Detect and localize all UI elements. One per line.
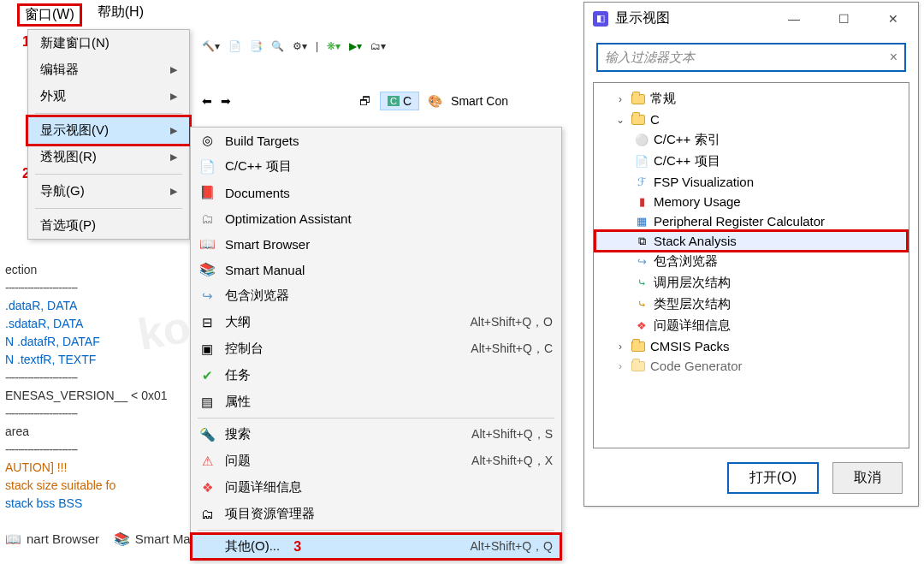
tree-node-cpp-projects[interactable]: 📄C/C++ 项目 (595, 151, 907, 172)
tree-node-include-browser[interactable]: ↪包含浏览器 (595, 251, 907, 272)
folder-icon (631, 341, 645, 352)
menu-show-view[interactable]: 显示视图(V)▶ (28, 117, 189, 144)
view-problem-details[interactable]: ❖问题详细信息 (191, 474, 561, 501)
tree-node-type-hierarchy[interactable]: ⤷类型层次结构 (595, 294, 907, 315)
menubar: 窗口(W) 帮助(H) (0, 0, 565, 30)
view-properties[interactable]: ▤属性 (191, 389, 561, 415)
bug-icon[interactable]: ❋▾ (327, 40, 341, 52)
tool-icon[interactable]: ⬅ (202, 94, 212, 108)
editor-background: ection ----------------------- .dataR, D… (5, 261, 193, 513)
tool-icon[interactable]: 📄 (228, 40, 241, 52)
tree-node-problem-details[interactable]: ❖问题详细信息 (595, 315, 907, 336)
project-explorer-icon: 🗂 (199, 507, 215, 522)
view-outline[interactable]: ⊟大纲Alt+Shift+Q，O (191, 309, 561, 335)
problems-icon: ⚠ (199, 454, 215, 469)
close-button[interactable]: ✕ (877, 12, 909, 26)
chevron-right-icon: ▶ (170, 64, 177, 75)
window-menu-dropdown: 新建窗口(N) 编辑器▶ 外观▶ 显示视图(V)▶ 透视图(R)▶ 导航(G)▶… (27, 29, 190, 240)
menu-appearance[interactable]: 外观▶ (28, 83, 189, 110)
view-smart-manual[interactable]: 📚Smart Manual (191, 257, 561, 282)
view-console[interactable]: ▣控制台Alt+Shift+Q，C (191, 335, 561, 362)
tool-icon[interactable]: ➡ (221, 94, 231, 108)
problem-details-icon: ❖ (635, 319, 649, 333)
expand-icon[interactable]: › (614, 341, 626, 353)
stack-icon: ⧉ (635, 235, 649, 248)
view-include-browser[interactable]: ↪包含浏览器 (191, 282, 561, 309)
tree-node-general[interactable]: › 常规 (595, 88, 907, 110)
separator (198, 530, 554, 531)
tree-node-stack-analysis[interactable]: ⧉Stack Analysis (595, 231, 907, 251)
tree-node-call-hierarchy[interactable]: ⤷调用层次结构 (595, 272, 907, 294)
index-icon: ⚪ (635, 134, 649, 147)
hammer-icon[interactable]: 🔨▾ (202, 40, 220, 52)
tree-node-peripheral-calc[interactable]: ▦Peripheral Register Calculator (595, 211, 907, 231)
show-view-submenu: ◎Build Targets 📄C/C++ 项目 📕Documents 🗂Opt… (190, 127, 562, 561)
run-icon[interactable]: ▶▾ (349, 40, 362, 52)
search-icon[interactable]: 🔍 (271, 40, 284, 52)
book-icon: 📖 (5, 531, 21, 546)
main-toolbar: 🔨▾ 📄 📑 🔍 ⚙▾ | ❋▾ ▶▾ 🗂▾ (198, 29, 565, 63)
view-smart-browser[interactable]: 📖Smart Browser (191, 231, 561, 257)
show-view-dialog: ◧ 显示视图 — ☐ ✕ 输入过滤器文本 × › 常规 ⌄ C ⚪C/C++ 索… (583, 2, 919, 507)
tree-node-codegen[interactable]: › Code Generator (595, 356, 907, 376)
menu-new-window[interactable]: 新建窗口(N) (28, 30, 189, 56)
tree-node-fsp-viz[interactable]: ℱFSP Visualization (595, 172, 907, 192)
tool-icon[interactable]: 📑 (250, 40, 263, 52)
perspective-toolbar: ⬅ ➡ 🗗 C C 🎨 Smart Con (198, 84, 565, 118)
view-project-explorer[interactable]: 🗂项目资源管理器 (191, 501, 561, 527)
menu-editor[interactable]: 编辑器▶ (28, 56, 189, 83)
smart-conf-label[interactable]: Smart Con (451, 94, 508, 108)
clear-filter-icon[interactable]: × (890, 50, 897, 65)
tool-icon[interactable]: 🗂▾ (370, 40, 386, 52)
tree-node-c[interactable]: ⌄ C (595, 110, 907, 129)
expand-icon[interactable]: › (614, 93, 626, 105)
hierarchy-icon: ⤷ (635, 276, 649, 290)
view-documents[interactable]: 📕Documents (191, 180, 561, 205)
view-build-targets[interactable]: ◎Build Targets (191, 128, 561, 153)
problem-details-icon: ❖ (199, 480, 215, 496)
c-perspective-icon: C (388, 96, 400, 106)
outline-icon: ⊟ (199, 315, 215, 330)
collapse-icon[interactable]: ⌄ (614, 114, 626, 126)
gear-icon[interactable]: ⚙▾ (293, 40, 307, 52)
status-bar: 📖nart Browser 📚Smart Ma (5, 531, 191, 547)
book-icon: 📚 (114, 531, 130, 546)
include-icon: ↪ (635, 255, 649, 269)
menu-window[interactable]: 窗口(W) (17, 3, 82, 27)
tree-node-memory-usage[interactable]: ▮Memory Usage (595, 192, 907, 211)
filter-placeholder: 输入过滤器文本 (605, 50, 695, 66)
menu-preferences[interactable]: 首选项(P) (28, 212, 189, 239)
open-perspective-icon[interactable]: 🗗 (359, 94, 371, 108)
folder-icon (631, 115, 645, 125)
console-icon: ▣ (199, 341, 215, 357)
view-optimization-assistant[interactable]: 🗂Optimization Assistant (191, 205, 561, 231)
view-ccpp-projects[interactable]: 📄C/C++ 项目 (191, 153, 561, 180)
tree-node-cmsis[interactable]: › CMSIS Packs (595, 336, 907, 356)
maximize-button[interactable]: ☐ (827, 12, 860, 26)
menu-help[interactable]: 帮助(H) (98, 3, 144, 27)
expand-icon[interactable]: › (614, 360, 626, 372)
view-other[interactable]: 其他(O)... 3 Alt+Shift+Q，Q (191, 533, 561, 560)
tree-node-cpp-index[interactable]: ⚪C/C++ 索引 (595, 129, 907, 151)
minimize-button[interactable]: — (778, 12, 810, 26)
optimization-icon: 🗂 (199, 211, 215, 226)
filter-input[interactable]: 输入过滤器文本 × (596, 43, 906, 72)
menu-navigation[interactable]: 导航(G)▶ (28, 178, 189, 205)
smart-manual-icon: 📚 (199, 262, 215, 277)
dialog-button-row: 打开(O) 取消 (584, 450, 918, 506)
smart-conf-icon[interactable]: 🎨 (428, 94, 442, 108)
c-project-icon: 📄 (199, 159, 215, 175)
chevron-right-icon: ▶ (170, 125, 177, 136)
view-problems[interactable]: ⚠问题Alt+Shift+Q，X (191, 448, 561, 474)
app-icon: ◧ (593, 11, 608, 27)
properties-icon: ▤ (199, 395, 215, 410)
tasks-icon: ✔ (199, 368, 215, 383)
blank-icon (199, 539, 215, 555)
search-icon: 🔦 (199, 427, 215, 442)
view-search[interactable]: 🔦搜索Alt+Shift+Q，S (191, 421, 561, 448)
open-button[interactable]: 打开(O) (727, 462, 819, 494)
cancel-button[interactable]: 取消 (832, 462, 903, 494)
c-perspective-button[interactable]: C C (380, 92, 419, 110)
menu-perspective[interactable]: 透视图(R)▶ (28, 144, 189, 170)
view-tasks[interactable]: ✔任务 (191, 362, 561, 389)
